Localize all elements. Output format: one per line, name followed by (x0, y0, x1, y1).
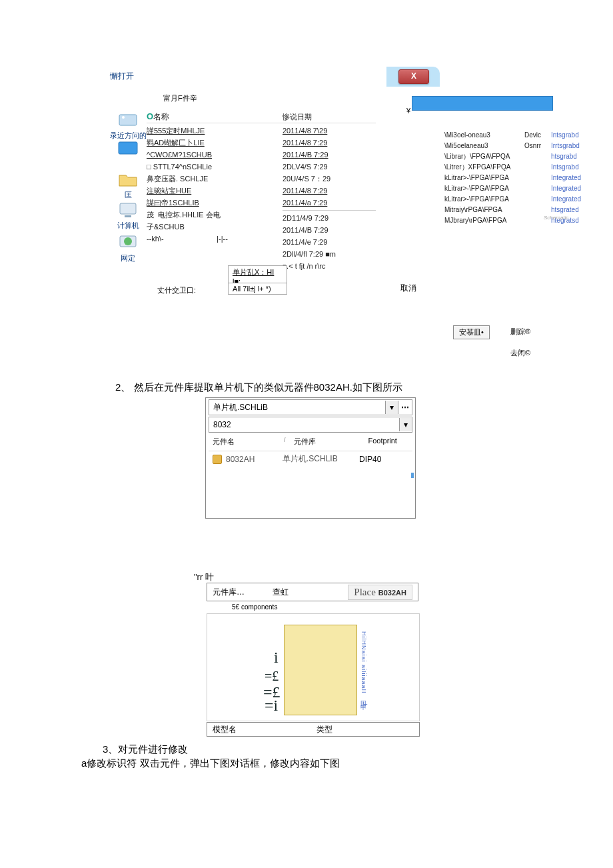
place-desktop[interactable] (108, 140, 148, 160)
file-date: 2011/4/B 7:29 (283, 224, 376, 236)
place-network[interactable]: 网定 (108, 233, 148, 263)
place-button[interactable]: PlaceB032AH (348, 585, 412, 600)
file-date: n.< t fjt /n r\rc (283, 260, 376, 272)
filetype-label: 丈什交卫口: (157, 285, 196, 295)
component-columns: 元件名 / 元件库 Footprint (209, 434, 412, 449)
close-button[interactable]: 去闭© (505, 347, 536, 359)
yen-glyph: ¥ (406, 107, 410, 115)
installed-library-row[interactable]: kLitrar>-\FPGA\FPGAIntegrated (444, 173, 581, 183)
installed-library-row[interactable]: kLitrar>-\FPGA\FPGAIntegrated (444, 183, 581, 194)
file-date: 2011/4/8 7:29 (283, 185, 376, 197)
svg-rect-3 (120, 203, 136, 214)
component-preview: i =£ =£ =i HilHNaiai aiIiiaaaII 田 申 ┘ (207, 613, 420, 721)
installed-library-row[interactable]: \Mi3oel-oneau3DevicIntsgrabd (444, 130, 581, 141)
more-icon[interactable]: ⋯ (398, 401, 412, 414)
component-row[interactable]: 8032AH 单片机.SCHLIB DIP40 (209, 451, 412, 467)
step-3a-text: 3、对元件进行修改 (103, 743, 188, 756)
chip-body (284, 625, 357, 715)
pin: =£ (265, 669, 279, 684)
cancel-button[interactable]: 取消 (400, 283, 416, 294)
installed-library-row[interactable]: Mitraiy\rPGA\FPGAhtsgrated (444, 205, 581, 215)
file-date: 20U/4/S 7：29 (283, 173, 376, 185)
filetype-combo[interactable]: All 7il±j l+ *) (228, 283, 287, 295)
libraries-link[interactable]: 元件库… (213, 587, 273, 598)
chip-icon (213, 455, 222, 464)
track-button[interactable]: 删踪® (505, 325, 536, 338)
file-date: 2011/4/8 7\29 (283, 125, 376, 137)
file-date: 2Dll/4/fl 7:29 ■m (283, 248, 376, 260)
col-date[interactable]: 惨说日期 (283, 111, 376, 123)
file-date: 2DLV4/S 7:29 (283, 161, 376, 173)
watermark: Schematic (544, 215, 568, 221)
chevron-down-icon[interactable]: ▾ (385, 401, 398, 414)
chevron-down-icon[interactable]: ▾ (399, 418, 412, 431)
installed-library-row[interactable]: \Litrer）XFPGA\FPQAIntsgrabd (444, 162, 581, 173)
scroll-marker (411, 473, 414, 478)
dialog-title: 懈打开 (110, 71, 134, 82)
file-date: 2011/4/e 7:29 (283, 236, 376, 248)
file-date: 2011/4/a 7:29 (283, 197, 376, 209)
pin: i (274, 649, 279, 667)
installed-library-row[interactable]: \Mi5oelaneau3OsnrrIrrtsgrabd (444, 141, 581, 151)
install-button[interactable]: 安慕皿• (453, 325, 490, 339)
installed-library-row[interactable]: \Librar）\FPGA\FPQAhtsgrabd (444, 151, 581, 162)
date-list: 惨说日期 2011/4/8 7\292011/4/8 7:292011/4/B … (283, 111, 376, 272)
library-select[interactable]: 单片机.SCHLiB ▾ ⋯ (209, 399, 412, 415)
place-folder[interactable]: 匡 (108, 170, 148, 200)
svg-rect-0 (119, 115, 137, 125)
pin: =i (265, 697, 278, 715)
step-2-text: 2、 然后在元件库提取单片机下的类似元器件8032AH.如下图所示 (115, 381, 402, 394)
file-date: 2D11/4/9 7:29 (283, 210, 376, 224)
library-panel: 单片机.SCHLiB ▾ ⋯ 8032 ▾ 元件名 / 元件库 Footprin… (205, 397, 416, 519)
installed-library-row[interactable]: kLitrar>-\FPGA\FPGAIntegrated (444, 194, 581, 205)
action-bar: 元件库… 查虹 PlaceB032AH (207, 583, 418, 601)
header-accent (412, 96, 553, 111)
svg-rect-2 (119, 142, 137, 154)
component-rows: 8032AH 单片机.SCHLIB DIP40 (209, 451, 412, 518)
find-link[interactable]: 查虹 (273, 587, 319, 598)
svg-point-1 (122, 116, 125, 119)
filter-select[interactable]: 8032 ▾ (209, 417, 412, 433)
dialog-subtitle: 富月F件辛 (163, 93, 197, 103)
garbled-text: "rr 叶 (194, 571, 214, 583)
close-icon[interactable]: X (398, 69, 429, 84)
svg-rect-4 (125, 215, 131, 217)
svg-point-6 (124, 237, 132, 245)
file-date: 2011/4/B 7:29 (283, 149, 376, 161)
component-count: 5€ components (232, 603, 277, 611)
step-3b-text: a修改标识符 双击元件，弹出下图对话框，修改内容如下图 (81, 757, 340, 770)
place-computer[interactable]: 计算机 (108, 201, 148, 231)
pin-labels: HilHNaiai aiIiiaaaII 田 申 ┘ (359, 631, 368, 711)
library-list: \Mi3oel-oneau3DevicIntsgrabd\Mi5oelaneau… (444, 130, 581, 226)
model-header: 模型名 类型 (207, 722, 420, 737)
file-date: 2011/4/8 7:29 (283, 137, 376, 149)
